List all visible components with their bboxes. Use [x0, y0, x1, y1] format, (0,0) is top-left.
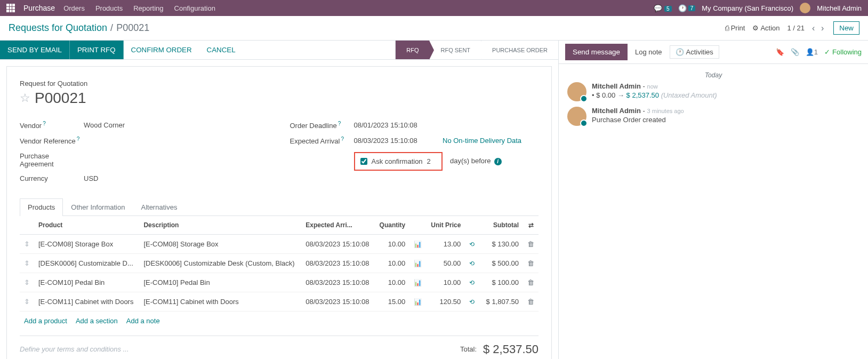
cancel-button[interactable]: CANCEL	[199, 41, 243, 59]
msg-to-value[interactable]: $ 2,537.50	[626, 91, 659, 99]
apps-icon[interactable]	[6, 4, 15, 12]
menu-products[interactable]: Products	[95, 4, 123, 12]
tab-alternatives[interactable]: Alternatives	[133, 198, 185, 216]
breadcrumb-root[interactable]: Requests for Quotation	[9, 22, 107, 34]
terms-input[interactable]: Define your terms and conditions ...	[20, 345, 460, 353]
ask-confirmation-checkbox[interactable]	[360, 158, 367, 165]
print-action[interactable]: Print	[725, 24, 745, 32]
attachment-icon[interactable]: 📎	[791, 48, 799, 56]
cell-price[interactable]: 13.00	[426, 234, 465, 253]
cell-description[interactable]: [E-COM10] Pedal Bin	[139, 273, 301, 292]
cell-arrival[interactable]: 08/03/2023 15:10:08	[301, 234, 374, 253]
followers-count[interactable]: 👤1	[806, 48, 818, 56]
th-qty[interactable]: Quantity	[375, 216, 410, 235]
delete-icon[interactable]: 🗑	[527, 240, 534, 248]
table-row[interactable]: ⇕ [DESK0006] Customizable D... [DESK0006…	[20, 253, 539, 273]
refresh-icon[interactable]: ⟲	[469, 279, 475, 286]
cell-arrival[interactable]: 08/03/2023 15:10:08	[301, 273, 374, 292]
confirm-button[interactable]: CONFIRM ORDER	[124, 41, 199, 59]
cell-product[interactable]: [DESK0006] Customizable D...	[34, 253, 139, 273]
following-button[interactable]: ✓ Following	[824, 48, 862, 56]
new-button[interactable]: New	[833, 21, 859, 35]
send-message-button[interactable]: Send message	[565, 44, 628, 60]
cell-description[interactable]: [E-COM08] Storage Box	[139, 234, 301, 253]
ask-confirmation-days[interactable]: 2	[427, 157, 431, 165]
cell-price[interactable]: 10.00	[426, 273, 465, 292]
cell-qty[interactable]: 10.00	[375, 253, 410, 273]
pager-next-icon[interactable]: ›	[819, 23, 826, 33]
activities-button[interactable]: 🕐Activities	[670, 45, 719, 59]
menu-configuration[interactable]: Configuration	[174, 4, 215, 12]
status-rfq[interactable]: RFQ	[395, 41, 429, 59]
status-rfq-sent[interactable]: RFQ SENT	[429, 41, 481, 59]
avatar[interactable]	[567, 107, 586, 126]
send-email-button[interactable]: SEND BY EMAIL	[0, 41, 70, 59]
add-section-link[interactable]: Add a section	[76, 317, 118, 325]
delete-icon[interactable]: 🗑	[527, 278, 534, 286]
tab-products[interactable]: Products	[20, 198, 63, 216]
th-unit-price[interactable]: Unit Price	[426, 216, 465, 235]
company-name[interactable]: My Company (San Francisco)	[702, 4, 793, 12]
cell-product[interactable]: [E-COM08] Storage Box	[34, 234, 139, 253]
cell-arrival[interactable]: 08/03/2023 15:10:08	[301, 292, 374, 311]
chat-icon[interactable]: 💬 5	[654, 4, 671, 12]
print-rfq-button[interactable]: PRINT RFQ	[70, 41, 124, 59]
drag-handle-icon[interactable]: ⇕	[20, 292, 34, 311]
th-description[interactable]: Description	[139, 216, 301, 235]
settings-icon[interactable]: ⇄	[523, 216, 539, 235]
bookmark-icon[interactable]: 🔖	[776, 48, 784, 56]
cog-action[interactable]: Action	[752, 24, 779, 32]
app-title[interactable]: Purchase	[23, 4, 55, 12]
delete-icon[interactable]: 🗑	[527, 298, 534, 306]
user-name[interactable]: Mitchell Admin	[817, 4, 862, 12]
th-product[interactable]: Product	[34, 216, 139, 235]
tab-other[interactable]: Other Information	[63, 198, 133, 216]
avatar[interactable]	[800, 3, 810, 13]
cell-qty[interactable]: 10.00	[375, 234, 410, 253]
cell-product[interactable]: [E-COM11] Cabinet with Doors	[34, 292, 139, 311]
menu-orders[interactable]: Orders	[63, 4, 85, 12]
th-arrival[interactable]: Expected Arri...	[301, 216, 374, 235]
value-arrival[interactable]: 08/03/2023 15:10:08	[354, 137, 443, 145]
forecast-icon[interactable]: 📊	[414, 260, 422, 267]
log-note-tab[interactable]: Log note	[628, 44, 670, 60]
forecast-icon[interactable]: 📊	[414, 279, 422, 286]
star-icon[interactable]: ☆	[20, 91, 30, 105]
drag-handle-icon[interactable]: ⇕	[20, 253, 34, 273]
activity-icon[interactable]: 🕐7	[678, 4, 696, 12]
refresh-icon[interactable]: ⟲	[469, 241, 475, 248]
delivery-data-link[interactable]: No On-time Delivery Data	[443, 137, 539, 145]
cell-qty[interactable]: 15.00	[375, 292, 410, 311]
cell-price[interactable]: 120.50	[426, 292, 465, 311]
cell-description[interactable]: [DESK0006] Customizable Desk (Custom, Bl…	[139, 253, 301, 273]
value-currency[interactable]: USD	[84, 174, 269, 182]
pager-text[interactable]: 1 / 21	[787, 24, 805, 32]
msg-author[interactable]: Mitchell Admin	[592, 82, 641, 90]
menu-reporting[interactable]: Reporting	[133, 4, 163, 12]
drag-handle-icon[interactable]: ⇕	[20, 273, 34, 292]
value-deadline[interactable]: 08/01/2023 15:10:08	[354, 121, 443, 129]
table-row[interactable]: ⇕ [E-COM10] Pedal Bin [E-COM10] Pedal Bi…	[20, 273, 539, 292]
msg-author[interactable]: Mitchell Admin	[592, 107, 641, 115]
cell-qty[interactable]: 10.00	[375, 273, 410, 292]
refresh-icon[interactable]: ⟲	[469, 260, 475, 267]
forecast-icon[interactable]: 📊	[414, 241, 422, 248]
table-row[interactable]: ⇕ [E-COM11] Cabinet with Doors [E-COM11]…	[20, 292, 539, 311]
delete-icon[interactable]: 🗑	[527, 259, 534, 267]
drag-handle-icon[interactable]: ⇕	[20, 234, 34, 253]
table-row[interactable]: ⇕ [E-COM08] Storage Box [E-COM08] Storag…	[20, 234, 539, 253]
cell-description[interactable]: [E-COM11] Cabinet with Doors	[139, 292, 301, 311]
refresh-icon[interactable]: ⟲	[469, 298, 475, 306]
add-product-link[interactable]: Add a product	[24, 317, 67, 325]
cell-arrival[interactable]: 08/03/2023 15:10:08	[301, 253, 374, 273]
cell-price[interactable]: 50.00	[426, 253, 465, 273]
info-icon[interactable]: i	[494, 158, 502, 165]
forecast-icon[interactable]: 📊	[414, 298, 422, 306]
status-po[interactable]: PURCHASE ORDER	[481, 41, 558, 59]
cell-product[interactable]: [E-COM10] Pedal Bin	[34, 273, 139, 292]
add-note-link[interactable]: Add a note	[126, 317, 160, 325]
th-subtotal[interactable]: Subtotal	[481, 216, 523, 235]
avatar[interactable]	[567, 82, 586, 101]
value-vendor[interactable]: Wood Corner	[84, 121, 269, 129]
pager-prev-icon[interactable]: ‹	[810, 23, 817, 33]
